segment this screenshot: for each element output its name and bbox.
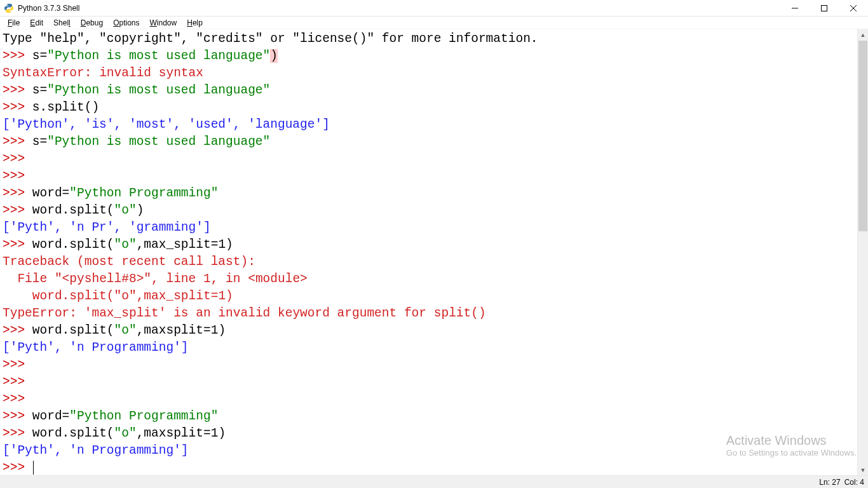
titlebar: Python 3.7.3 Shell — [0, 0, 868, 17]
shell-text[interactable]: Type "help", "copyright", "credits" or "… — [0, 29, 868, 475]
close-button[interactable] — [839, 0, 868, 16]
text-caret — [33, 461, 34, 475]
menu-options[interactable]: Options — [108, 18, 144, 28]
menubar: File Edit Shell Debug Options Window Hel… — [0, 17, 868, 29]
statusbar: Ln: 27 Col: 4 — [0, 475, 868, 488]
output-list: ['Python', 'is', 'most', 'used', 'langua… — [3, 118, 330, 132]
syntax-error: SyntaxError: invalid syntax — [3, 66, 203, 80]
minimize-button[interactable] — [780, 0, 810, 16]
window-title: Python 3.7.3 Shell — [18, 4, 79, 13]
status-line: Ln: 27 — [819, 478, 840, 487]
syntax-error-marker: ) — [270, 49, 278, 63]
menu-shell[interactable]: Shell — [48, 18, 76, 28]
menu-edit[interactable]: Edit — [25, 18, 48, 28]
traceback-line: File "<pyshell#8>", line 1, in <module> — [3, 272, 308, 286]
traceback-line: word.split("o",max_split=1) — [3, 289, 233, 303]
editor-area: Type "help", "copyright", "credits" or "… — [0, 29, 868, 475]
menu-file[interactable]: File — [3, 18, 25, 28]
menu-help[interactable]: Help — [182, 18, 208, 28]
output-list: ['Pyth', 'n Programming'] — [3, 341, 189, 355]
scroll-down-arrow-icon[interactable]: ▼ — [858, 464, 868, 475]
output-list: ['Pyth', 'n Programming'] — [3, 444, 189, 458]
menu-window[interactable]: Window — [145, 18, 182, 28]
output-list: ['Pyth', 'n Pr', 'gramming'] — [3, 220, 211, 234]
menu-debug[interactable]: Debug — [76, 18, 108, 28]
banner-line: Type "help", "copyright", "credits" or "… — [3, 32, 538, 46]
maximize-button[interactable] — [810, 0, 839, 16]
scroll-up-arrow-icon[interactable]: ▲ — [858, 29, 868, 40]
svg-point-0 — [7, 4, 8, 5]
traceback-line: Traceback (most recent call last): — [3, 255, 255, 269]
status-column: Col: 4 — [844, 478, 864, 487]
prompt: >>> — [3, 49, 32, 63]
svg-rect-3 — [822, 5, 827, 11]
scroll-thumb[interactable] — [858, 41, 867, 231]
svg-point-1 — [10, 11, 11, 11]
python-icon — [4, 3, 14, 13]
vertical-scrollbar[interactable]: ▲ ▼ — [857, 29, 868, 475]
window-controls — [780, 0, 868, 16]
type-error: TypeError: 'max_split' is an invalid key… — [3, 306, 486, 320]
